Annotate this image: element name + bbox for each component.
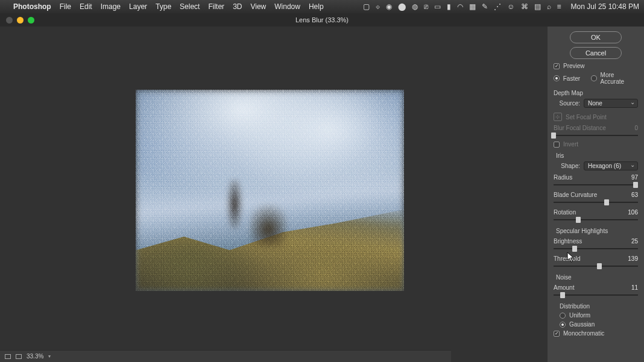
radius-label: Radius <box>554 174 622 181</box>
rotation-slider[interactable] <box>554 217 638 223</box>
threshold-label: Threshold <box>554 255 622 262</box>
rotation-label: Rotation <box>554 209 622 216</box>
brightness-value[interactable]: 25 <box>622 238 638 245</box>
set-focal-point-label: Set Focal Point <box>566 114 607 120</box>
amount-slider[interactable] <box>554 292 638 298</box>
preview-image[interactable] <box>136 90 404 291</box>
source-label: Source: <box>554 100 580 107</box>
specular-title: Specular Highlights <box>556 228 638 234</box>
source-select[interactable]: None <box>584 99 638 108</box>
depth-map-title: Depth Map <box>554 90 638 96</box>
control-center-icon[interactable]: ⌘ <box>521 2 528 11</box>
distribution-gaussian-radio[interactable] <box>560 322 566 328</box>
tool-icon[interactable]: ✎ <box>482 2 488 11</box>
blur-focal-distance-label: Blur Focal Distance <box>554 125 622 131</box>
cancel-button[interactable]: Cancel <box>570 47 622 59</box>
shape-label: Shape: <box>554 163 580 169</box>
amount-value[interactable]: 11 <box>622 284 638 291</box>
cc-icon[interactable]: ◉ <box>386 2 392 11</box>
dropbox-icon[interactable]: ⟐ <box>376 2 380 11</box>
monochromatic-checkbox[interactable] <box>554 331 560 337</box>
quality-accurate-label: More Accurate <box>601 72 638 85</box>
menu-type[interactable]: Type <box>156 2 171 11</box>
quality-faster-radio[interactable] <box>554 75 560 81</box>
lens-blur-panel: OK Cancel Preview Faster More Accurate D… <box>548 27 644 362</box>
blur-focal-distance-slider <box>554 133 638 139</box>
user-icon[interactable]: ☺ <box>507 2 514 11</box>
rotation-value[interactable]: 106 <box>622 209 638 216</box>
monochromatic-label: Monochromatic <box>563 330 604 337</box>
distribution-uniform-radio[interactable] <box>560 313 566 319</box>
calendar-icon[interactable]: ▤ <box>534 2 541 11</box>
distribution-uniform-label: Uniform <box>569 312 590 319</box>
cast-icon[interactable]: ⎚ <box>424 2 428 11</box>
menu-image[interactable]: Image <box>101 2 121 11</box>
menu-file[interactable]: File <box>60 2 71 11</box>
menu-icon[interactable]: ≡ <box>557 2 561 11</box>
amount-label: Amount <box>554 284 622 291</box>
grid-icon[interactable]: ▦ <box>469 2 476 11</box>
brightness-slider[interactable] <box>554 246 638 252</box>
quality-faster-label: Faster <box>563 75 580 82</box>
menu-help[interactable]: Help <box>309 2 324 11</box>
radius-value[interactable]: 97 <box>622 174 638 181</box>
distribution-gaussian-label: Gaussian <box>569 321 595 328</box>
bookmark-icon[interactable]: ▮ <box>447 2 451 11</box>
blade-curvature-slider[interactable] <box>554 199 638 205</box>
arc-icon[interactable]: ◠ <box>457 2 463 11</box>
window-title: Lens Blur (33.3%) <box>0 16 644 23</box>
document-window: Lens Blur (33.3%) 33.3% ▾ OK Cancel <box>0 13 644 362</box>
preview-checkbox[interactable] <box>554 63 560 69</box>
status-view2-icon[interactable] <box>16 354 22 359</box>
blade-curvature-label: Blade Curvature <box>554 192 622 198</box>
macos-menubar: Photoshop File Edit Image Layer Type Sel… <box>0 0 644 13</box>
brightness-label: Brightness <box>554 238 622 245</box>
search-icon[interactable]: ⌕ <box>547 2 551 11</box>
shape-select[interactable]: Hexagon (6) <box>584 161 638 170</box>
app-name[interactable]: Photoshop <box>13 2 51 11</box>
menu-edit[interactable]: Edit <box>80 2 92 11</box>
invert-label: Invert <box>563 141 578 148</box>
wifi-icon[interactable]: ⋰ <box>494 2 501 11</box>
quality-accurate-radio[interactable] <box>591 75 597 81</box>
record-icon[interactable]: ⬤ <box>398 2 406 11</box>
menu-window[interactable]: Window <box>274 2 300 11</box>
status-bar: 33.3% ▾ <box>0 350 451 362</box>
menu-layer[interactable]: Layer <box>129 2 147 11</box>
radius-slider[interactable] <box>554 182 638 188</box>
preview-label: Preview <box>563 63 585 69</box>
set-focal-point-icon: ⊹ <box>554 113 562 121</box>
distribution-title: Distribution <box>560 303 638 310</box>
blade-curvature-value[interactable]: 63 <box>622 192 638 198</box>
video-icon[interactable]: ▢ <box>363 2 370 11</box>
menu-view[interactable]: View <box>250 2 266 11</box>
sphere-icon[interactable]: ◍ <box>412 2 418 11</box>
noise-title: Noise <box>556 274 638 281</box>
menubar-right: ▢ ⟐ ◉ ⬤ ◍ ⎚ ▭ ▮ ◠ ▦ ✎ ⋰ ☺ ⌘ ▤ ⌕ ≡ Mon Ju… <box>363 2 639 11</box>
threshold-slider[interactable] <box>554 263 638 269</box>
menu-filter[interactable]: Filter <box>208 2 224 11</box>
status-zoom[interactable]: 33.3% <box>27 353 43 360</box>
titlebar: Lens Blur (33.3%) <box>0 13 644 27</box>
iris-title: Iris <box>556 152 638 159</box>
blur-focal-distance-value: 0 <box>622 125 638 131</box>
invert-checkbox <box>554 142 560 148</box>
menu-select[interactable]: Select <box>180 2 200 11</box>
status-view-icon[interactable] <box>5 354 11 359</box>
display-icon[interactable]: ▭ <box>434 2 441 11</box>
preview-canvas-area: 33.3% ▾ <box>0 27 548 362</box>
menu-3d[interactable]: 3D <box>233 2 242 11</box>
ok-button[interactable]: OK <box>570 31 622 43</box>
status-zoom-menu-icon[interactable]: ▾ <box>48 354 51 359</box>
threshold-value[interactable]: 139 <box>622 255 638 262</box>
menubar-clock[interactable]: Mon Jul 25 10:48 PM <box>571 2 639 11</box>
